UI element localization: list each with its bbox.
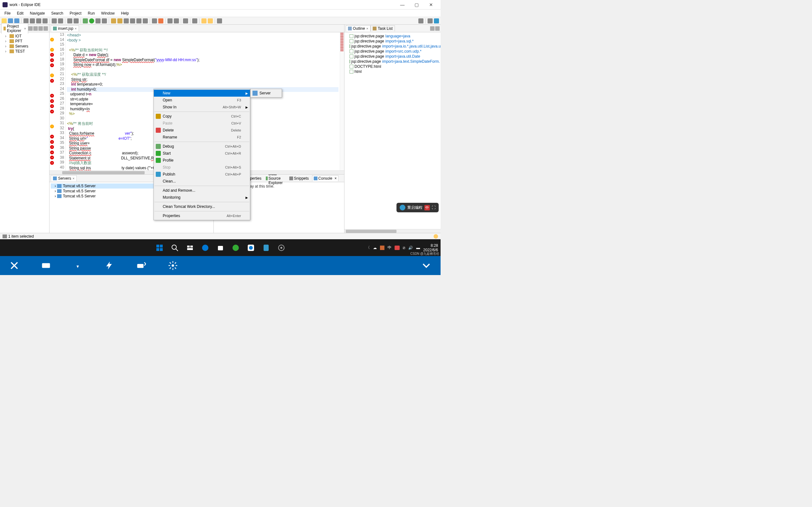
chevron-down-icon[interactable] — [421, 261, 431, 270]
close-icon[interactable]: × — [74, 26, 77, 31]
outline-item[interactable]: jsp:directive.page import=java.util.Date — [346, 54, 440, 59]
menu-item[interactable]: Profile — [154, 157, 250, 164]
menu-project[interactable]: Project — [66, 10, 84, 16]
ime-icon[interactable] — [395, 245, 400, 250]
outline-item[interactable]: DOCTYPE:html — [346, 64, 440, 69]
chevron-up-icon[interactable]: 〈 — [366, 245, 370, 250]
menu-item-server[interactable]: Server — [251, 90, 282, 97]
menu-item[interactable]: OpenF3 — [154, 97, 250, 104]
clock[interactable]: 8:28 2022/6/6 — [423, 243, 438, 252]
edge-button[interactable] — [199, 241, 212, 254]
toolbar-icon[interactable] — [130, 18, 135, 23]
toolbar-icon[interactable] — [23, 18, 29, 23]
toolbar-icon[interactable] — [183, 18, 188, 23]
search-button[interactable] — [168, 241, 181, 254]
close-icon[interactable]: × — [24, 26, 26, 31]
toolbar-icon[interactable] — [152, 18, 157, 23]
outline-item[interactable]: jsp:directive.page import=java.text.Simp… — [346, 59, 440, 64]
menu-item[interactable]: Add and Remove... — [154, 187, 250, 194]
bolt-icon[interactable] — [105, 261, 114, 270]
task-list-tab[interactable]: Task List — [370, 25, 395, 32]
toolbar-icon[interactable] — [143, 18, 148, 23]
context-menu[interactable]: New▶OpenF3Show InAlt+Shift+W▶CopyCtrl+CP… — [154, 89, 250, 220]
outline-item[interactable]: html — [346, 69, 440, 74]
outline-tab[interactable]: Outline × — [346, 25, 370, 32]
maximize-view-icon[interactable] — [435, 26, 440, 31]
snippets-tab[interactable]: Snippets — [288, 176, 310, 181]
forward-icon[interactable] — [208, 18, 213, 23]
close-icon[interactable]: × — [366, 26, 368, 31]
horizontal-scrollbar[interactable] — [345, 229, 441, 233]
toolbar-icon[interactable] — [136, 18, 142, 23]
save-icon[interactable] — [8, 18, 13, 23]
task-view-button[interactable] — [184, 241, 196, 254]
toolbar-icon[interactable] — [30, 18, 35, 23]
expand-icon[interactable]: ⛶ — [432, 205, 436, 210]
outline-tree[interactable]: jsp:directive.page language=javajsp:dire… — [345, 32, 441, 75]
keyboard-icon[interactable] — [41, 261, 51, 270]
store-button[interactable] — [214, 241, 227, 254]
menu-icon[interactable] — [44, 26, 48, 31]
cloud-icon[interactable]: ☁ — [373, 245, 377, 250]
toolbar-icon[interactable] — [73, 18, 79, 23]
maximize-button[interactable]: ▢ — [409, 0, 424, 9]
volume-icon[interactable]: 🔊 — [408, 245, 413, 250]
toolbar-icon[interactable] — [174, 18, 179, 23]
app-button[interactable] — [245, 241, 257, 254]
menu-item[interactable]: DeleteDelete — [154, 127, 250, 134]
new-icon[interactable] — [2, 18, 7, 23]
toolbar-icon[interactable] — [67, 18, 72, 23]
servers-tab[interactable]: Servers × — [51, 175, 77, 181]
menu-item[interactable]: Clean Tomcat Work Directory... — [154, 203, 250, 210]
editor-tab[interactable]: insert.jsp × — [51, 25, 79, 32]
tray-icon[interactable] — [380, 245, 385, 250]
console-tab[interactable]: Console× — [312, 175, 339, 181]
toolbar-icon[interactable] — [217, 18, 222, 23]
close-icon[interactable]: × — [72, 176, 74, 180]
toolbar-icon[interactable] — [111, 18, 116, 23]
menu-item[interactable]: Monitoring▶ — [154, 194, 250, 201]
outline-item[interactable]: jsp:directive.page import=java.io.*,java… — [346, 44, 440, 49]
run-icon[interactable] — [89, 18, 94, 23]
overview-ruler[interactable] — [340, 32, 344, 170]
toolbar-icon[interactable] — [124, 18, 129, 23]
gear-icon[interactable] — [168, 261, 177, 270]
battery-icon[interactable]: ▬ — [416, 245, 420, 250]
project-tree[interactable]: ›IOT ›PFT ›Servers ›TEST — [0, 32, 49, 55]
toolbar-icon[interactable] — [102, 18, 107, 23]
collapse-icon[interactable] — [28, 26, 33, 31]
menu-item[interactable]: RenameF2 — [154, 134, 250, 141]
menu-help[interactable]: Help — [118, 10, 132, 16]
menu-item[interactable]: PublishCtrl+Alt+P — [154, 171, 250, 178]
menu-item[interactable]: Show InAlt+Shift+W▶ — [154, 104, 250, 111]
toolbar-icon[interactable] — [192, 18, 197, 23]
perspective-icon[interactable] — [427, 18, 433, 23]
toolbar-icon[interactable] — [117, 18, 122, 23]
restart-widget[interactable]: 重启编程 中 ⛶ — [397, 203, 439, 212]
menu-item[interactable]: PropertiesAlt+Enter — [154, 212, 250, 219]
system-tray[interactable]: 〈 ☁ 中 ⎚ 🔊 ▬ 8:28 2022/6/6 — [366, 243, 438, 252]
minimize-button[interactable]: — — [395, 0, 409, 9]
toolbar-icon[interactable] — [43, 18, 48, 23]
start-button[interactable] — [153, 241, 166, 254]
outline-item[interactable]: jsp:directive.page import=java.sql.* — [346, 39, 440, 44]
java-ee-icon[interactable] — [434, 18, 439, 23]
outline-item[interactable]: jsp:directive.page import=src.com.udp.* — [346, 49, 440, 54]
save-all-icon[interactable] — [14, 18, 19, 23]
app-button[interactable] — [260, 241, 272, 254]
close-button[interactable]: ✕ — [424, 0, 438, 9]
toolbar-icon[interactable] — [167, 18, 172, 23]
toolbar-icon[interactable] — [58, 18, 63, 23]
tip-icon[interactable] — [434, 234, 438, 239]
link-icon[interactable] — [33, 26, 38, 31]
menu-item[interactable]: New▶ — [154, 90, 250, 97]
toolbar-icon[interactable] — [52, 18, 57, 23]
menu-item[interactable]: StartCtrl+Alt+R — [154, 150, 250, 157]
menu-file[interactable]: File — [1, 10, 14, 16]
close-icon[interactable] — [9, 261, 19, 270]
toolbar-icon[interactable] — [96, 18, 101, 23]
app-button[interactable] — [275, 241, 288, 254]
toolbar-icon[interactable] — [36, 18, 41, 23]
ime-indicator[interactable]: 中 — [388, 245, 392, 250]
menu-item[interactable]: Clean... — [154, 178, 250, 185]
